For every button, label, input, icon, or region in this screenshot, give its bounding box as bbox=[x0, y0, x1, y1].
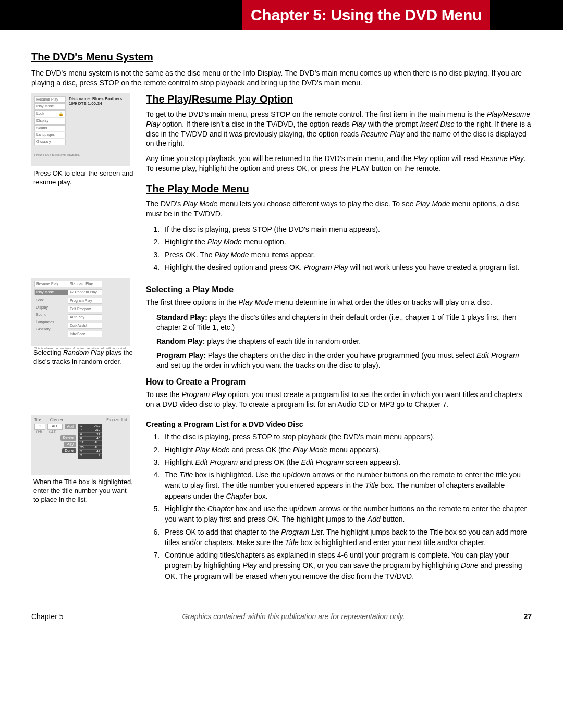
section-heading-dvd-menu-system: The DVD's Menu System bbox=[31, 51, 532, 63]
footer-center: Graphics contained within this publicati… bbox=[182, 612, 405, 621]
step: The Title box is highlighted. Use the up… bbox=[162, 470, 532, 501]
fig2-left-item: Lock bbox=[34, 298, 68, 303]
section-heading-play-mode: The Play Mode Menu bbox=[146, 183, 532, 195]
intro-paragraph: The DVD's menu system is not the same as… bbox=[31, 68, 532, 88]
def-standard-play: Standard Play: plays the disc's titles a… bbox=[156, 313, 532, 332]
figure-main-menu: Resume Play Play Mode Lock🔒 Display Soun… bbox=[31, 93, 130, 166]
fig2-caption: Selecting Random Play plays the disc's t… bbox=[33, 349, 133, 366]
subheading-create-program: How to Create a Program bbox=[146, 377, 532, 387]
fig2-right-item: Standard Play bbox=[68, 281, 102, 287]
fig1-disc-name: Disc name: Blues Brothers bbox=[69, 96, 126, 102]
fig3-chapter-label: Chapter bbox=[50, 418, 66, 422]
left-column: Resume Play Play Mode Lock🔒 Display Soun… bbox=[31, 93, 136, 196]
step: Press OK. The Play Mode menu items appea… bbox=[162, 250, 532, 260]
figure-play-mode-menu: Resume Play Play Mode Lock Display Sound… bbox=[31, 278, 130, 346]
step: Highlight the desired option and press O… bbox=[162, 262, 532, 273]
fig1-disc-time: 19/9 DTS 1:00:34 bbox=[69, 101, 126, 106]
play-resume-p1: To get to the DVD's main menu, press STO… bbox=[146, 109, 532, 149]
fig2-right-item: IntroScan bbox=[68, 331, 102, 337]
def-random-play: Random Play: plays the chapters of each … bbox=[156, 337, 532, 347]
fig3-play-button: Play bbox=[64, 442, 76, 447]
right-column: Creating a Program List for a DVD Video … bbox=[146, 415, 532, 587]
fig3-title-box: 1 bbox=[34, 424, 45, 430]
step: Press OK to add that chapter to the Prog… bbox=[162, 527, 532, 548]
fig1-item: Resume Play bbox=[34, 96, 66, 103]
chapter-title: Chapter 5: Using the DVD Menu bbox=[242, 0, 490, 30]
create-program-steps: If the disc is playing, press STOP to st… bbox=[146, 431, 532, 582]
lock-icon: 🔒 bbox=[58, 112, 64, 117]
fig3-title-label: Title bbox=[34, 418, 47, 422]
play-resume-p2: Any time you stop playback, you will be … bbox=[146, 154, 532, 174]
fig2-left-item: Sound bbox=[34, 312, 68, 317]
fig3-caption: When the Title box is highlighted, enter… bbox=[33, 478, 133, 504]
fig3-proglist-label: Program List bbox=[106, 418, 127, 422]
play-mode-p1: The DVD's Play Mode menu lets you choose… bbox=[146, 199, 532, 219]
left-column: Resume Play Play Mode Lock Display Sound… bbox=[31, 278, 136, 376]
footer-left: Chapter 5 bbox=[31, 612, 63, 621]
figure-edit-program: Title Chapter Program List 1 ALL Add bbox=[31, 415, 130, 475]
fig3-program-table: 1ALL 7250 624 846 12ALL 20ALL 242 29 bbox=[78, 424, 102, 459]
fig3-add-button: Add bbox=[65, 424, 76, 429]
fig1-foot: Press PLAY to resume playback. bbox=[34, 153, 127, 157]
section-heading-play-resume: The Play/Resume Play Option bbox=[146, 93, 532, 105]
right-column: Selecting a Play Mode The first three op… bbox=[146, 278, 532, 415]
step: Highlight the Play Mode menu option. bbox=[162, 237, 532, 247]
fig3-done-button: Done bbox=[62, 448, 76, 453]
fig1-item: Sound bbox=[34, 125, 66, 131]
fig1-item: Glossary bbox=[34, 139, 66, 145]
fig2-right-item: Program Play bbox=[68, 298, 102, 304]
page: Chapter 5: Using the DVD Menu The DVD's … bbox=[0, 0, 563, 641]
fig1-item: Play Mode bbox=[34, 103, 66, 109]
fig2-left-item: Resume Play bbox=[34, 281, 69, 287]
header-bar: Chapter 5: Using the DVD Menu bbox=[0, 0, 563, 30]
fig2-left-item: Glossary bbox=[34, 327, 68, 332]
step: Highlight Play Mode and press OK (the Pl… bbox=[162, 445, 532, 455]
step: Highlight the Chapter box and use the up… bbox=[162, 503, 532, 525]
fig2-right-item: AutoPlay bbox=[68, 314, 102, 320]
fig1-caption: Press OK to clear the screen and resume … bbox=[33, 169, 133, 187]
fig1-item: Lock🔒 bbox=[34, 110, 66, 118]
fig2-left-item: Play Mode bbox=[34, 289, 69, 295]
row-program-list: Title Chapter Program List 1 ALL Add bbox=[31, 415, 532, 587]
left-column: Title Chapter Program List 1 ALL Add bbox=[31, 415, 136, 514]
create-program-p1: To use the Program Play option, you must… bbox=[146, 390, 532, 410]
step: Highlight Edit Program and press OK (the… bbox=[162, 457, 532, 467]
fig2-left-item: Display bbox=[34, 305, 68, 310]
step: If the disc is playing, press STOP (the … bbox=[162, 224, 532, 235]
subheading-creating-list: Creating a Program List for a DVD Video … bbox=[146, 420, 532, 428]
step: Continue adding titles/chapters as expla… bbox=[162, 550, 532, 582]
step: If the disc is playing, press STOP to st… bbox=[162, 431, 532, 442]
play-mode-steps: If the disc is playing, press STOP (the … bbox=[146, 224, 532, 273]
content-area: The DVD's Menu System The DVD's menu sys… bbox=[0, 30, 563, 587]
row-play-resume: Resume Play Play Mode Lock🔒 Display Soun… bbox=[31, 93, 532, 278]
right-column: The Play/Resume Play Option To get to th… bbox=[146, 93, 532, 278]
footer-page-number: 27 bbox=[523, 612, 532, 621]
fig2-right-item: 42 Random Play bbox=[68, 289, 102, 295]
fig3-chapter-box: ALL bbox=[47, 424, 62, 430]
fig2-left-item: Languages bbox=[34, 319, 68, 325]
fig3-delete-button: Delete bbox=[60, 435, 76, 440]
def-program-play: Program Play: Plays the chapters on the … bbox=[156, 351, 532, 371]
fig2-right-item: Dub Assist bbox=[68, 323, 102, 329]
subheading-selecting-play-mode: Selecting a Play Mode bbox=[146, 285, 532, 294]
fig1-item: Languages bbox=[34, 132, 66, 138]
fig1-item: Display bbox=[34, 118, 66, 124]
page-footer: Chapter 5 Graphics contained within this… bbox=[31, 608, 532, 641]
row-select-play-mode: Resume Play Play Mode Lock Display Sound… bbox=[31, 278, 532, 415]
select-mode-p1: The first three options in the Play Mode… bbox=[146, 298, 532, 307]
fig2-right-item: Edit Program bbox=[68, 306, 102, 312]
